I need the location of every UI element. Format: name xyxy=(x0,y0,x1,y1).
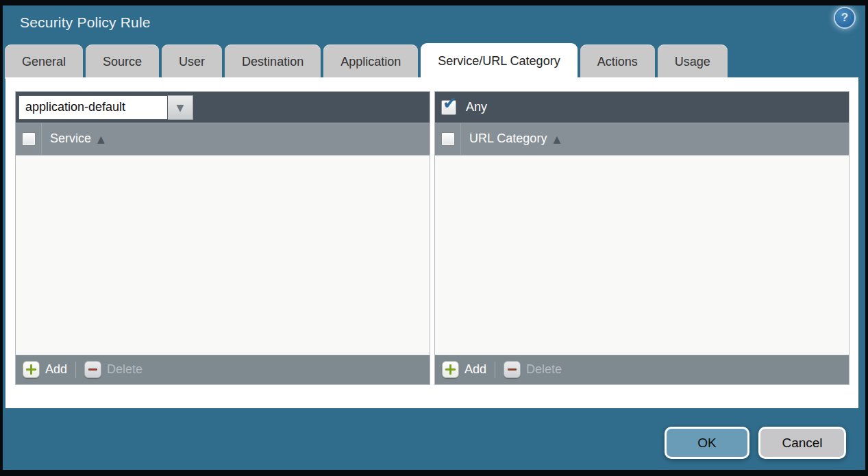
url-category-panel: ✔ Any URL Category ▲ Add xyxy=(434,91,850,385)
check-icon: ✔ xyxy=(443,95,457,112)
service-select-all-cell xyxy=(16,123,42,155)
service-list xyxy=(16,155,430,355)
url-category-footer: Add Delete xyxy=(435,355,849,384)
url-category-list xyxy=(435,155,849,355)
service-toolbar: application-default ▼ xyxy=(16,92,430,123)
tab-bar: General Source User Destination Applicat… xyxy=(5,43,863,79)
add-url-category-button[interactable]: Add xyxy=(442,361,486,378)
add-url-category-label: Add xyxy=(464,362,486,377)
service-footer: Add Delete xyxy=(16,355,430,384)
tab-application[interactable]: Application xyxy=(323,45,418,79)
dialog-actions: OK Cancel xyxy=(665,427,846,459)
add-service-label: Add xyxy=(45,362,67,377)
sort-ascending-icon: ▲ xyxy=(97,134,105,145)
service-type-dropdown-value[interactable]: application-default xyxy=(18,95,168,120)
delete-service-label: Delete xyxy=(107,362,142,377)
minus-icon xyxy=(84,361,101,378)
delete-url-category-button[interactable]: Delete xyxy=(504,361,562,378)
page-title: Security Policy Rule xyxy=(20,14,151,31)
tab-general[interactable]: General xyxy=(5,45,83,79)
delete-service-button[interactable]: Delete xyxy=(84,361,142,378)
service-select-all-checkbox[interactable] xyxy=(22,132,36,146)
security-policy-rule-dialog: Security Policy Rule ? General Source Us… xyxy=(0,0,868,476)
ok-button[interactable]: OK xyxy=(665,427,749,459)
service-column-header[interactable]: Service xyxy=(50,131,91,146)
service-table-header: Service ▲ xyxy=(16,123,430,155)
footer-separator xyxy=(495,362,495,378)
service-panel: application-default ▼ Service ▲ Add xyxy=(15,91,430,385)
add-service-button[interactable]: Add xyxy=(23,361,67,378)
cancel-button[interactable]: Cancel xyxy=(758,427,846,459)
url-category-select-all-checkbox[interactable] xyxy=(441,132,455,146)
title-bar: Security Policy Rule ? xyxy=(3,5,865,43)
tab-actions[interactable]: Actions xyxy=(580,45,655,79)
delete-url-category-label: Delete xyxy=(526,362,562,377)
minus-icon xyxy=(504,361,521,378)
question-icon: ? xyxy=(841,11,848,25)
url-category-select-all-cell xyxy=(435,123,461,155)
tab-user[interactable]: User xyxy=(162,45,222,79)
service-type-dropdown-button[interactable]: ▼ xyxy=(168,95,193,120)
plus-icon xyxy=(23,361,40,378)
any-checkbox[interactable]: ✔ xyxy=(441,100,456,115)
url-category-column-header[interactable]: URL Category xyxy=(469,131,547,146)
service-type-dropdown[interactable]: application-default ▼ xyxy=(18,95,193,120)
sort-ascending-icon: ▲ xyxy=(553,134,560,145)
tab-content: application-default ▼ Service ▲ Add xyxy=(5,77,858,408)
tab-destination[interactable]: Destination xyxy=(225,45,321,79)
tab-service-url-category[interactable]: Service/URL Category xyxy=(421,43,577,79)
url-category-table-header: URL Category ▲ xyxy=(435,123,849,155)
footer-separator xyxy=(75,362,76,378)
tab-source[interactable]: Source xyxy=(86,45,159,79)
any-label: Any xyxy=(466,100,487,114)
plus-icon xyxy=(442,361,459,378)
help-button[interactable]: ? xyxy=(835,8,854,27)
url-category-toolbar: ✔ Any xyxy=(435,92,849,123)
chevron-down-icon: ▼ xyxy=(177,103,184,112)
tab-usage[interactable]: Usage xyxy=(658,45,728,79)
